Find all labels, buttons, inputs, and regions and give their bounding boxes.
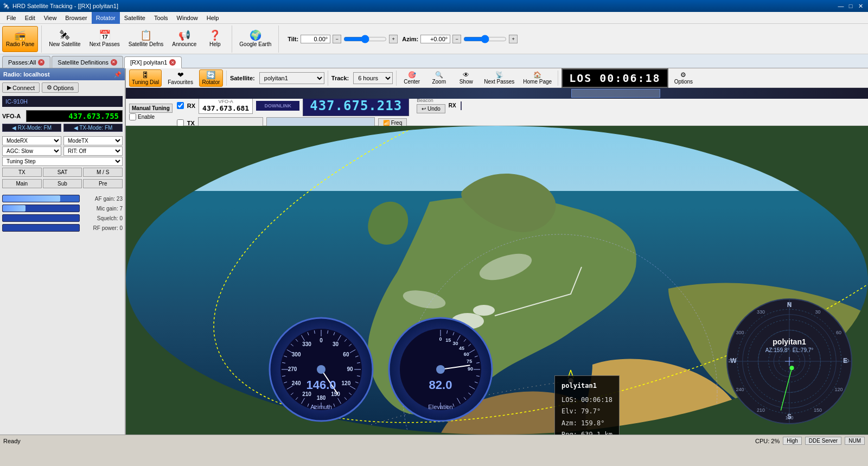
azim-plus-button[interactable]: + bbox=[509, 35, 518, 43]
rx-spectrum-cursor bbox=[461, 102, 462, 110]
satellite-field-label: Satellite: bbox=[230, 75, 255, 81]
satellite-defns-button[interactable]: 📋 Satellite Defns bbox=[125, 26, 167, 52]
rf-power-label: RF power: 0 bbox=[82, 225, 123, 231]
agc-dropdown[interactable]: AGC: Slow bbox=[2, 146, 61, 156]
downlink-label: DOWNLINK bbox=[260, 103, 295, 108]
center-icon: 🎯 bbox=[408, 71, 416, 79]
tuning-dial-icon: 🎛 bbox=[142, 71, 149, 79]
tuning-dial-button[interactable]: 🎛 Tuning Dial bbox=[129, 69, 162, 87]
menu-file[interactable]: File bbox=[2, 12, 21, 24]
tab-rx-polyitan1-close[interactable]: ✕ bbox=[169, 59, 176, 66]
tilt-minus-button[interactable]: − bbox=[333, 35, 341, 43]
enable-checkbox[interactable] bbox=[129, 113, 136, 120]
azim-minus-button[interactable]: − bbox=[452, 35, 461, 43]
tx-mode-button[interactable]: ◀ TX-Mode: FM bbox=[63, 124, 123, 132]
tab-passes-all[interactable]: Passes:All ✕ bbox=[2, 56, 50, 68]
mode-rx-dropdown[interactable]: ModeRX bbox=[2, 136, 61, 145]
cpu-text: CPU: 2% bbox=[755, 438, 780, 444]
close-button[interactable]: ✕ bbox=[856, 2, 865, 10]
menu-tools[interactable]: Tools bbox=[150, 12, 173, 24]
tab-satellite-definitions-close[interactable]: ✕ bbox=[111, 59, 117, 66]
azimuth-gauge-container bbox=[267, 315, 375, 424]
agc-rit-row: AGC: Slow RIT: Off bbox=[0, 146, 125, 156]
google-earth-icon: 🌍 bbox=[250, 30, 261, 40]
sub-button[interactable]: Sub bbox=[43, 179, 82, 188]
high-button[interactable]: High bbox=[783, 437, 802, 445]
af-gain-label: AF gain: 23 bbox=[82, 196, 123, 202]
favourites-button[interactable]: ❤ Favourites bbox=[165, 69, 196, 87]
status-right: CPU: 2% High DDE Server NUM bbox=[755, 437, 865, 445]
pre-button[interactable]: Pre bbox=[83, 179, 123, 188]
tab-passes-all-close[interactable]: ✕ bbox=[38, 59, 44, 66]
rotator-button[interactable]: 🔄 Rotator bbox=[199, 69, 223, 87]
connect-button[interactable]: ▶ Connect bbox=[2, 82, 40, 93]
tilt-input[interactable] bbox=[301, 35, 330, 43]
satellite-select[interactable]: polyitan1 bbox=[259, 72, 324, 84]
next-passes-button[interactable]: 📅 Next Passes bbox=[86, 26, 124, 52]
tilt-plus-button[interactable]: + bbox=[389, 35, 398, 43]
mic-gain-bar bbox=[2, 205, 80, 212]
announce-label: Announce bbox=[172, 41, 196, 48]
menu-satellite[interactable]: Satellite bbox=[120, 12, 150, 24]
rf-power-row: RF power: 0 bbox=[2, 224, 123, 232]
rx-mode-button[interactable]: ◀ RX-Mode: FM bbox=[2, 124, 61, 132]
tilt-slider[interactable] bbox=[343, 35, 387, 43]
tx-button[interactable]: TX bbox=[2, 168, 42, 177]
titlebar-right: — □ ✕ bbox=[837, 2, 865, 10]
menu-view[interactable]: View bbox=[40, 12, 61, 24]
ms-button[interactable]: M / S bbox=[83, 168, 123, 177]
google-earth-button[interactable]: 🌍 Google Earth bbox=[235, 26, 275, 52]
rx-spectrum-section: RX bbox=[449, 101, 462, 110]
vfo-a-freq-box: VFO-A 437.673.681 bbox=[199, 97, 253, 114]
azimuth-gauge bbox=[267, 315, 375, 424]
sat-button[interactable]: SAT bbox=[43, 168, 82, 177]
center-button[interactable]: 🎯 Center bbox=[400, 69, 424, 87]
menu-edit[interactable]: Edit bbox=[21, 12, 40, 24]
titlebar-left: 🛰 HRD Satellite Tracking - [[RX] polyita… bbox=[3, 3, 118, 9]
radio-pane-button[interactable]: 📻 Radio Pane bbox=[2, 26, 38, 52]
help-button[interactable]: ❓ Help bbox=[201, 26, 228, 52]
freq-ruler bbox=[126, 88, 868, 99]
menu-window[interactable]: Window bbox=[173, 12, 202, 24]
dde-server-button[interactable]: DDE Server bbox=[805, 437, 841, 445]
satellite-info-popup: polyitan1 LOS: 00:06:18 Elv: 79.7° Azm: … bbox=[554, 375, 620, 435]
azim-slider[interactable] bbox=[463, 35, 507, 43]
minimize-button[interactable]: — bbox=[837, 2, 845, 10]
radio-controls: ▶ Connect ⚙ Options bbox=[0, 80, 125, 95]
tab-rx-polyitan1[interactable]: [RX] polyitan1 ✕ bbox=[124, 56, 182, 68]
next-passes-toolbar2-button[interactable]: 📡 Next Passes bbox=[481, 69, 517, 87]
squelch-row: Squelch: 0 bbox=[2, 214, 123, 222]
announce-button[interactable]: 📢 Announce bbox=[168, 26, 200, 52]
new-satellite-button[interactable]: 🛰 New Satellite bbox=[45, 26, 84, 52]
next-passes-icon: 📅 bbox=[99, 30, 111, 40]
home-page-button[interactable]: 🏠 Home Page bbox=[520, 69, 554, 87]
rx-checkbox[interactable] bbox=[177, 102, 184, 109]
squelch-bar bbox=[2, 214, 80, 222]
enable-label: Enable bbox=[138, 114, 155, 120]
tab-satellite-definitions[interactable]: Satellite Definitions ✕ bbox=[52, 56, 123, 68]
menu-rotator[interactable]: Rotator bbox=[92, 12, 120, 24]
freq-bar: Manual Tuning Enable RX VFO-A 437.673.68… bbox=[126, 99, 868, 126]
menu-help[interactable]: Help bbox=[202, 12, 224, 24]
tilt-group: Tilt: − + bbox=[288, 35, 398, 43]
rit-dropdown[interactable]: RIT: Off bbox=[63, 146, 123, 156]
track-select[interactable]: 6 hours 12 hours 24 hours bbox=[353, 72, 393, 84]
tuning-step-dropdown[interactable]: Tuning Step bbox=[2, 157, 123, 166]
map-area[interactable]: polyitan1 LOS: 00:06:18 Elv: 79.7° Azm: … bbox=[126, 126, 868, 435]
mic-gain-row: Mic gain: 7 bbox=[2, 205, 123, 212]
rx-mode-label: RX-Mode: bbox=[18, 125, 42, 131]
options-button[interactable]: ⚙ Options bbox=[42, 82, 79, 93]
azim-group: Azim: − + bbox=[402, 35, 518, 43]
num-button[interactable]: NUM bbox=[845, 437, 865, 445]
main-button[interactable]: Main bbox=[2, 179, 42, 188]
undo-button[interactable]: ↩ Undo bbox=[417, 104, 445, 113]
mode-tx-dropdown[interactable]: ModeTX bbox=[63, 136, 123, 145]
maximize-button[interactable]: □ bbox=[846, 2, 855, 10]
ruler-highlight bbox=[571, 89, 660, 98]
options-toolbar2-button[interactable]: ⚙ Options bbox=[672, 69, 695, 87]
show-label: Show bbox=[459, 79, 473, 85]
azim-input[interactable] bbox=[420, 35, 450, 43]
zoom-button[interactable]: 🔍 Zoom bbox=[427, 69, 451, 87]
menu-browser[interactable]: Browser bbox=[61, 12, 91, 24]
show-button[interactable]: 👁 Show bbox=[454, 69, 478, 87]
